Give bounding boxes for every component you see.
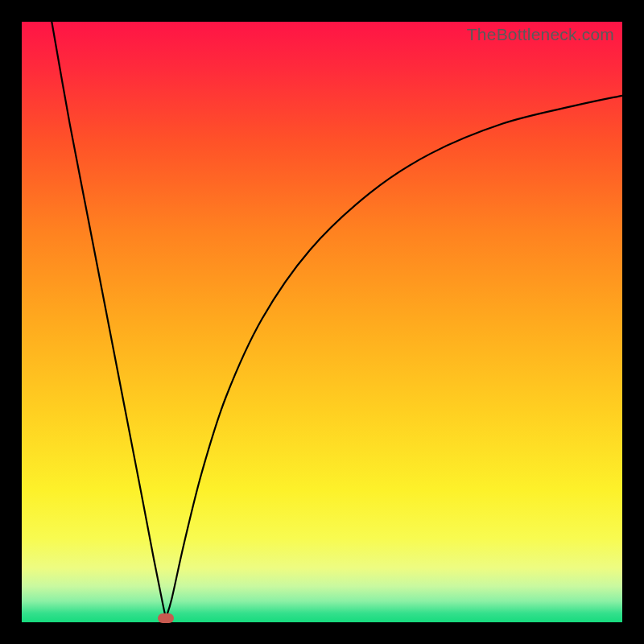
gradient-background: [22, 22, 622, 622]
plot-frame: TheBottleneck.com: [22, 22, 622, 622]
bottleneck-chart: [22, 22, 622, 622]
watermark-text: TheBottleneck.com: [467, 25, 614, 44]
bottleneck-marker: [158, 613, 174, 623]
